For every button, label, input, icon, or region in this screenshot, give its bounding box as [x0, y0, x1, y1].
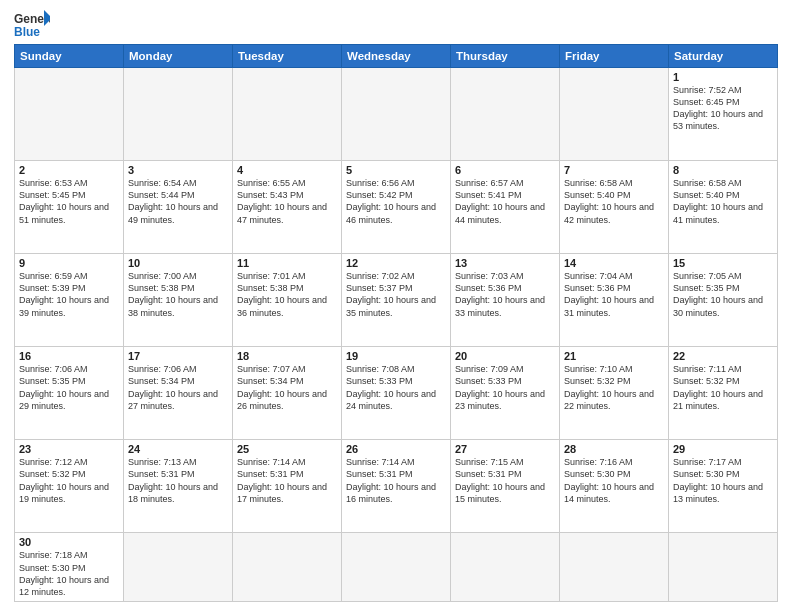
day-cell: 6Sunrise: 6:57 AM Sunset: 5:41 PM Daylig…: [451, 161, 560, 254]
day-cell: [342, 68, 451, 161]
day-info: Sunrise: 7:09 AM Sunset: 5:33 PM Dayligh…: [455, 363, 555, 412]
header-row: SundayMondayTuesdayWednesdayThursdayFrid…: [15, 45, 778, 68]
day-number: 23: [19, 443, 119, 455]
day-number: 27: [455, 443, 555, 455]
day-info: Sunrise: 7:07 AM Sunset: 5:34 PM Dayligh…: [237, 363, 337, 412]
day-number: 7: [564, 164, 664, 176]
day-cell: [124, 68, 233, 161]
day-cell: 30Sunrise: 7:18 AM Sunset: 5:30 PM Dayli…: [15, 533, 124, 602]
day-cell: [451, 68, 560, 161]
day-number: 26: [346, 443, 446, 455]
header-friday: Friday: [560, 45, 669, 68]
day-cell: 18Sunrise: 7:07 AM Sunset: 5:34 PM Dayli…: [233, 347, 342, 440]
day-number: 10: [128, 257, 228, 269]
day-number: 19: [346, 350, 446, 362]
day-info: Sunrise: 7:06 AM Sunset: 5:34 PM Dayligh…: [128, 363, 228, 412]
day-cell: 16Sunrise: 7:06 AM Sunset: 5:35 PM Dayli…: [15, 347, 124, 440]
day-number: 28: [564, 443, 664, 455]
day-number: 20: [455, 350, 555, 362]
week-row-1: 1Sunrise: 7:52 AM Sunset: 6:45 PM Daylig…: [15, 68, 778, 161]
day-info: Sunrise: 7:15 AM Sunset: 5:31 PM Dayligh…: [455, 456, 555, 505]
week-row-6: 30Sunrise: 7:18 AM Sunset: 5:30 PM Dayli…: [15, 533, 778, 602]
day-number: 3: [128, 164, 228, 176]
page: General Blue SundayMondayTuesdayWednesda…: [0, 0, 792, 612]
header-wednesday: Wednesday: [342, 45, 451, 68]
logo: General Blue: [14, 10, 50, 38]
day-number: 16: [19, 350, 119, 362]
day-number: 24: [128, 443, 228, 455]
day-number: 22: [673, 350, 773, 362]
day-cell: 20Sunrise: 7:09 AM Sunset: 5:33 PM Dayli…: [451, 347, 560, 440]
day-cell: 15Sunrise: 7:05 AM Sunset: 5:35 PM Dayli…: [669, 254, 778, 347]
day-info: Sunrise: 7:12 AM Sunset: 5:32 PM Dayligh…: [19, 456, 119, 505]
day-info: Sunrise: 7:16 AM Sunset: 5:30 PM Dayligh…: [564, 456, 664, 505]
day-info: Sunrise: 7:17 AM Sunset: 5:30 PM Dayligh…: [673, 456, 773, 505]
day-info: Sunrise: 7:03 AM Sunset: 5:36 PM Dayligh…: [455, 270, 555, 319]
day-number: 15: [673, 257, 773, 269]
week-row-5: 23Sunrise: 7:12 AM Sunset: 5:32 PM Dayli…: [15, 440, 778, 533]
calendar-header: SundayMondayTuesdayWednesdayThursdayFrid…: [15, 45, 778, 68]
day-info: Sunrise: 7:01 AM Sunset: 5:38 PM Dayligh…: [237, 270, 337, 319]
day-cell: 24Sunrise: 7:13 AM Sunset: 5:31 PM Dayli…: [124, 440, 233, 533]
day-info: Sunrise: 7:04 AM Sunset: 5:36 PM Dayligh…: [564, 270, 664, 319]
day-info: Sunrise: 7:06 AM Sunset: 5:35 PM Dayligh…: [19, 363, 119, 412]
day-number: 2: [19, 164, 119, 176]
day-info: Sunrise: 7:52 AM Sunset: 6:45 PM Dayligh…: [673, 84, 773, 133]
day-info: Sunrise: 7:18 AM Sunset: 5:30 PM Dayligh…: [19, 549, 119, 598]
day-info: Sunrise: 6:55 AM Sunset: 5:43 PM Dayligh…: [237, 177, 337, 226]
day-info: Sunrise: 6:53 AM Sunset: 5:45 PM Dayligh…: [19, 177, 119, 226]
day-number: 5: [346, 164, 446, 176]
day-cell: 22Sunrise: 7:11 AM Sunset: 5:32 PM Dayli…: [669, 347, 778, 440]
day-cell: [669, 533, 778, 602]
day-info: Sunrise: 7:14 AM Sunset: 5:31 PM Dayligh…: [237, 456, 337, 505]
day-cell: 3Sunrise: 6:54 AM Sunset: 5:44 PM Daylig…: [124, 161, 233, 254]
day-info: Sunrise: 7:08 AM Sunset: 5:33 PM Dayligh…: [346, 363, 446, 412]
svg-text:Blue: Blue: [14, 25, 40, 38]
day-cell: 2Sunrise: 6:53 AM Sunset: 5:45 PM Daylig…: [15, 161, 124, 254]
day-info: Sunrise: 7:14 AM Sunset: 5:31 PM Dayligh…: [346, 456, 446, 505]
day-cell: 4Sunrise: 6:55 AM Sunset: 5:43 PM Daylig…: [233, 161, 342, 254]
day-cell: 5Sunrise: 6:56 AM Sunset: 5:42 PM Daylig…: [342, 161, 451, 254]
week-row-3: 9Sunrise: 6:59 AM Sunset: 5:39 PM Daylig…: [15, 254, 778, 347]
header-sunday: Sunday: [15, 45, 124, 68]
day-number: 9: [19, 257, 119, 269]
day-cell: 14Sunrise: 7:04 AM Sunset: 5:36 PM Dayli…: [560, 254, 669, 347]
day-cell: 29Sunrise: 7:17 AM Sunset: 5:30 PM Dayli…: [669, 440, 778, 533]
day-info: Sunrise: 6:58 AM Sunset: 5:40 PM Dayligh…: [673, 177, 773, 226]
day-cell: [15, 68, 124, 161]
week-row-2: 2Sunrise: 6:53 AM Sunset: 5:45 PM Daylig…: [15, 161, 778, 254]
day-cell: 17Sunrise: 7:06 AM Sunset: 5:34 PM Dayli…: [124, 347, 233, 440]
day-info: Sunrise: 7:13 AM Sunset: 5:31 PM Dayligh…: [128, 456, 228, 505]
day-cell: [233, 533, 342, 602]
day-number: 13: [455, 257, 555, 269]
header-monday: Monday: [124, 45, 233, 68]
day-cell: 11Sunrise: 7:01 AM Sunset: 5:38 PM Dayli…: [233, 254, 342, 347]
header-thursday: Thursday: [451, 45, 560, 68]
week-row-4: 16Sunrise: 7:06 AM Sunset: 5:35 PM Dayli…: [15, 347, 778, 440]
day-number: 1: [673, 71, 773, 83]
day-info: Sunrise: 7:00 AM Sunset: 5:38 PM Dayligh…: [128, 270, 228, 319]
day-cell: 7Sunrise: 6:58 AM Sunset: 5:40 PM Daylig…: [560, 161, 669, 254]
day-info: Sunrise: 7:10 AM Sunset: 5:32 PM Dayligh…: [564, 363, 664, 412]
day-cell: 23Sunrise: 7:12 AM Sunset: 5:32 PM Dayli…: [15, 440, 124, 533]
day-cell: 10Sunrise: 7:00 AM Sunset: 5:38 PM Dayli…: [124, 254, 233, 347]
day-number: 11: [237, 257, 337, 269]
day-number: 18: [237, 350, 337, 362]
day-info: Sunrise: 6:59 AM Sunset: 5:39 PM Dayligh…: [19, 270, 119, 319]
day-number: 17: [128, 350, 228, 362]
day-cell: 1Sunrise: 7:52 AM Sunset: 6:45 PM Daylig…: [669, 68, 778, 161]
day-cell: 26Sunrise: 7:14 AM Sunset: 5:31 PM Dayli…: [342, 440, 451, 533]
header-saturday: Saturday: [669, 45, 778, 68]
day-cell: 12Sunrise: 7:02 AM Sunset: 5:37 PM Dayli…: [342, 254, 451, 347]
day-cell: 27Sunrise: 7:15 AM Sunset: 5:31 PM Dayli…: [451, 440, 560, 533]
day-cell: [560, 533, 669, 602]
day-info: Sunrise: 6:58 AM Sunset: 5:40 PM Dayligh…: [564, 177, 664, 226]
calendar-body: 1Sunrise: 7:52 AM Sunset: 6:45 PM Daylig…: [15, 68, 778, 602]
header-tuesday: Tuesday: [233, 45, 342, 68]
day-cell: [560, 68, 669, 161]
day-cell: 9Sunrise: 6:59 AM Sunset: 5:39 PM Daylig…: [15, 254, 124, 347]
day-info: Sunrise: 7:11 AM Sunset: 5:32 PM Dayligh…: [673, 363, 773, 412]
day-number: 30: [19, 536, 119, 548]
day-cell: [342, 533, 451, 602]
day-cell: [233, 68, 342, 161]
